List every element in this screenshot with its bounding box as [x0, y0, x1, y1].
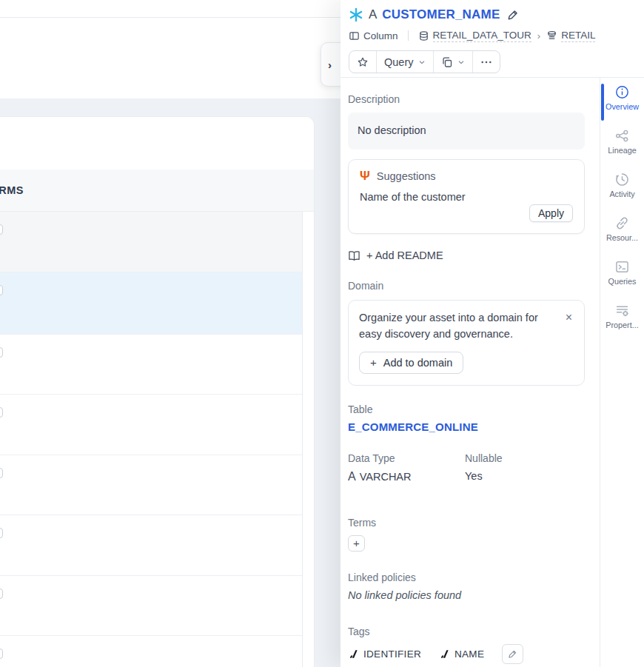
database-icon [418, 30, 429, 41]
suggestions-header: Ψ Suggestions [360, 170, 573, 182]
datatype-value: A VARCHAR [348, 470, 465, 483]
row-checkbox[interactable] [0, 648, 3, 659]
nullable-label: Nullable [465, 452, 585, 464]
copy-link-dropdown-button[interactable] [433, 51, 472, 73]
plus-icon: + [370, 357, 377, 368]
suggestion-text: Name of the customer [360, 191, 573, 203]
breadcrumb-divider [408, 30, 409, 41]
table-header-row: TERMS [0, 170, 314, 212]
edit-tags-button[interactable] [502, 644, 523, 664]
row-checkbox[interactable] [0, 589, 3, 599]
tab-properties[interactable]: Propert... [600, 303, 644, 338]
more-actions-button[interactable] [472, 51, 500, 73]
tags-label: Tags [348, 626, 585, 637]
background-top-bar [0, 0, 342, 18]
title-row: A CUSTOMER_NAME [349, 4, 644, 25]
more-dots-icon [480, 56, 492, 68]
tab-resources[interactable]: Resour... [600, 215, 644, 250]
activity-clock-icon [614, 172, 630, 187]
description-empty-box[interactable]: No description [348, 113, 585, 150]
panel-tab-rail: Overview Lineage Activity [600, 78, 644, 667]
datatype-letter-icon: A [369, 7, 377, 22]
edit-title-icon[interactable] [507, 9, 519, 21]
trident-icon: Ψ [360, 170, 370, 182]
snowflake-icon [349, 7, 363, 22]
breadcrumb-database[interactable]: RETAIL_DATA_TOUR [418, 30, 531, 42]
tab-label: Lineage [608, 146, 636, 155]
breadcrumb-schema[interactable]: RETAIL [546, 30, 595, 42]
table-row[interactable] [0, 395, 302, 455]
table-row[interactable] [0, 212, 302, 272]
table-row[interactable] [0, 515, 302, 576]
panel-header: A CUSTOMER_NAME Column RETAIL_DATA_TOUR … [341, 0, 644, 78]
row-checkbox[interactable] [0, 285, 3, 295]
active-tab-indicator [601, 84, 604, 121]
add-readme-label: + Add README [366, 249, 443, 261]
table-row[interactable] [0, 455, 302, 515]
breadcrumb-database-label: RETAIL_DATA_TOUR [433, 30, 531, 42]
tag-icon [439, 648, 450, 660]
book-icon [348, 250, 360, 261]
background-table-card: TERMS [0, 116, 315, 667]
lineage-icon [614, 128, 630, 144]
breadcrumb-asset-type: Column [349, 30, 398, 41]
tag-name: IDENTIFIER [363, 648, 421, 660]
breadcrumb-asset-type-label: Column [363, 30, 398, 41]
description-label: Description [348, 93, 585, 105]
datatype-value-text: VARCHAR [360, 471, 412, 483]
tab-label: Queries [608, 277, 637, 286]
properties-gear-icon [614, 303, 630, 318]
linked-policies-label: Linked policies [348, 572, 585, 583]
suggestions-actions: Apply [360, 204, 573, 222]
terms-label: Terms [348, 517, 585, 529]
domain-label: Domain [348, 280, 585, 292]
table-row[interactable] [0, 335, 302, 395]
chevron-right-icon: › [328, 58, 332, 71]
table-card-toolbar-space [0, 117, 314, 170]
tab-queries[interactable]: Queries [600, 259, 644, 294]
chevron-down-icon [457, 58, 465, 66]
description-empty-text: No description [358, 124, 426, 136]
suggestions-title: Suggestions [377, 170, 436, 182]
add-term-button[interactable]: + [348, 535, 365, 552]
add-to-domain-button[interactable]: + Add to domain [359, 352, 463, 374]
row-checkbox[interactable] [0, 347, 3, 358]
terminal-icon [614, 259, 630, 275]
add-readme-button[interactable]: + Add README [348, 249, 585, 261]
query-button-label: Query [384, 56, 414, 68]
datatype-column: Data Type A VARCHAR [348, 452, 465, 483]
schema-icon [546, 30, 557, 41]
overview-content: Description No description Ψ Suggestions… [341, 78, 600, 667]
tag-icon [348, 648, 359, 660]
domain-card: Organize your asset into a domain for ea… [348, 300, 585, 386]
row-checkbox[interactable] [0, 528, 3, 538]
tag-identifier[interactable]: IDENTIFIER [348, 648, 421, 660]
copy-icon [441, 56, 453, 68]
query-dropdown-button[interactable]: Query [376, 51, 433, 73]
table-row-selected[interactable] [0, 272, 302, 335]
tab-lineage[interactable]: Lineage [600, 128, 644, 163]
apply-suggestion-button[interactable]: Apply [529, 204, 573, 222]
favorite-button[interactable] [349, 51, 376, 73]
parent-table-link[interactable]: E_COMMERCE_ONLINE [348, 420, 585, 433]
table-label: Table [348, 403, 585, 415]
tab-label: Activity [609, 190, 634, 198]
domain-hint-text: Organize your asset into a domain for ea… [359, 310, 557, 343]
row-checkbox[interactable] [0, 407, 3, 418]
nullable-column: Nullable Yes [465, 452, 585, 483]
tab-activity[interactable]: Activity [600, 172, 644, 207]
table-header-terms: TERMS [0, 184, 24, 196]
tab-overview[interactable]: Overview [600, 84, 644, 119]
action-toolbar: Query [349, 50, 500, 73]
table-row[interactable] [0, 576, 302, 636]
tab-label: Propert... [606, 321, 638, 329]
link-icon [614, 215, 630, 231]
row-checkbox[interactable] [0, 468, 3, 478]
table-rows [0, 212, 303, 667]
tab-label: Resour... [606, 233, 638, 242]
table-row[interactable] [0, 636, 302, 667]
star-icon [357, 56, 369, 68]
close-icon[interactable]: × [564, 310, 574, 325]
tag-name-tag[interactable]: NAME [439, 648, 484, 660]
row-checkbox[interactable] [0, 224, 3, 235]
